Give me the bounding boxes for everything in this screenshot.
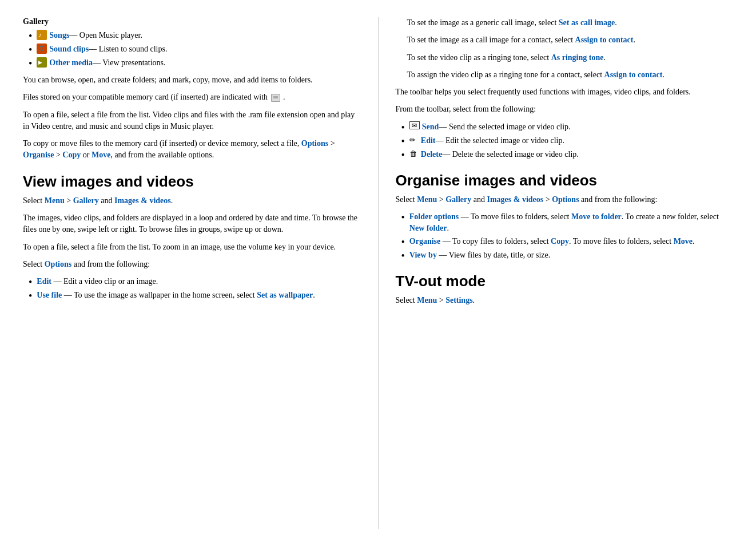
new-folder-link[interactable]: New folder bbox=[409, 224, 447, 232]
view-images-para2: To open a file, select a file from the l… bbox=[23, 242, 361, 253]
sound-clips-text: — Listen to sound clips. bbox=[89, 43, 167, 55]
list-item: • Sound clips — Listen to sound clips. bbox=[29, 43, 361, 55]
right-para6: From the toolbar, select from the follow… bbox=[396, 104, 734, 115]
para1: You can browse, open, and create folders… bbox=[23, 74, 361, 86]
organise-bullets: • Folder options — To move files to fold… bbox=[396, 211, 734, 261]
edit-link-1[interactable]: Edit bbox=[37, 277, 51, 286]
right-para1: To set the image as a generic call image… bbox=[407, 17, 734, 29]
para4: To copy or move files to the memory card… bbox=[23, 138, 361, 161]
bullet-dot: • bbox=[29, 31, 32, 41]
send-icon: ✉ bbox=[409, 121, 420, 129]
assign-contact-link-1[interactable]: Assign to contact bbox=[575, 35, 634, 44]
edit-item-2: ✏ Edit — Edit the selected image or vide… bbox=[409, 135, 564, 147]
view-images-heading: View images and videos bbox=[23, 173, 361, 191]
bullet-dot: • bbox=[29, 58, 32, 69]
list-item: • Folder options — To move files to fold… bbox=[401, 211, 734, 234]
menu-link-2[interactable]: Menu bbox=[417, 195, 437, 204]
list-item: • Use file — To use the image as wallpap… bbox=[29, 290, 361, 301]
view-by-item: View by — View files by date, title, or … bbox=[409, 250, 550, 261]
right-para3: To set the video clip as a ringing tone,… bbox=[407, 52, 734, 64]
use-file-item: Use file — To use the image as wallpaper… bbox=[37, 290, 315, 301]
edit-icon: ✏ bbox=[409, 135, 419, 143]
other-media-icon bbox=[37, 57, 47, 68]
list-item: • ✉ Send — Send the selected image or vi… bbox=[401, 121, 734, 133]
move-link-1[interactable]: Move bbox=[91, 151, 110, 159]
view-images-select: Select Menu > Gallery and Images & video… bbox=[23, 195, 361, 207]
menu-link-1[interactable]: Menu bbox=[45, 196, 65, 205]
copy-link-2[interactable]: Copy bbox=[551, 237, 569, 246]
right-para2: To set the image as a call image for a c… bbox=[407, 34, 734, 46]
gallery-link-2[interactable]: Gallery bbox=[445, 195, 471, 204]
assign-contact-link-2[interactable]: Assign to contact bbox=[604, 70, 663, 79]
delete-icon: 🗑 bbox=[409, 149, 419, 157]
bullet-dot: • bbox=[29, 45, 32, 55]
memory-card-icon bbox=[271, 94, 280, 102]
set-call-image-link[interactable]: Set as call image bbox=[559, 18, 615, 27]
para3: To open a file, select a file from the l… bbox=[23, 109, 361, 133]
list-item: • Songs — Open Music player. bbox=[29, 30, 361, 41]
view-images-bullets: • Edit — Edit a video clip or an image. … bbox=[23, 276, 361, 301]
edit-item: Edit — Edit a video clip or an image. bbox=[37, 276, 158, 287]
left-column: Gallery • Songs — Open Music player. • S… bbox=[23, 17, 379, 529]
sound-clips-link[interactable]: Sound clips bbox=[49, 43, 89, 55]
sound-clips-item: Sound clips — Listen to sound clips. bbox=[37, 43, 167, 55]
copy-link-1[interactable]: Copy bbox=[62, 151, 81, 159]
gallery-link-1[interactable]: Gallery bbox=[73, 196, 99, 205]
options-link-2[interactable]: Options bbox=[45, 260, 71, 268]
other-media-text: — View presentations. bbox=[93, 57, 166, 69]
organise-select: Select Menu > Gallery and Images & video… bbox=[396, 194, 734, 205]
folder-options-link[interactable]: Folder options bbox=[409, 212, 459, 221]
gallery-items-list: • Songs — Open Music player. • Sound cli… bbox=[23, 30, 361, 69]
list-item: • ✏ Edit — Edit the selected image or vi… bbox=[401, 135, 734, 147]
bullet-dot: • bbox=[401, 122, 405, 133]
use-file-link[interactable]: Use file bbox=[37, 291, 62, 299]
bullet-dot: • bbox=[401, 150, 405, 160]
organise-link-1[interactable]: Organise bbox=[23, 151, 54, 159]
menu-link-3[interactable]: Menu bbox=[417, 296, 437, 304]
settings-link[interactable]: Settings bbox=[445, 296, 472, 304]
bullet-dot: • bbox=[401, 237, 405, 247]
images-videos-link-2[interactable]: Images & videos bbox=[487, 195, 543, 204]
list-item: • Edit — Edit a video clip or an image. bbox=[29, 276, 361, 287]
songs-icon bbox=[37, 30, 47, 40]
other-media-item: Other media — View presentations. bbox=[37, 57, 165, 69]
list-item: • Organise — To copy files to folders, s… bbox=[401, 236, 734, 247]
tv-out-heading: TV-out mode bbox=[396, 272, 734, 290]
view-images-para3: Select Options and from the following: bbox=[23, 259, 361, 270]
bullet-dot: • bbox=[401, 251, 405, 261]
toolbar-bullets: • ✉ Send — Send the selected image or vi… bbox=[396, 121, 734, 160]
set-wallpaper-link[interactable]: Set as wallpaper bbox=[257, 291, 313, 299]
organise-link-2[interactable]: Organise bbox=[409, 237, 440, 246]
right-column: To set the image as a generic call image… bbox=[379, 17, 734, 529]
page-content: Gallery • Songs — Open Music player. • S… bbox=[0, 0, 756, 546]
view-images-para1: The images, video clips, and folders are… bbox=[23, 212, 361, 236]
section-label-gallery: Gallery bbox=[23, 17, 361, 26]
songs-item: Songs — Open Music player. bbox=[37, 30, 142, 41]
options-link-1[interactable]: Options bbox=[301, 139, 328, 148]
options-link-3[interactable]: Options bbox=[552, 195, 579, 204]
bullet-dot: • bbox=[29, 291, 32, 301]
view-by-link[interactable]: View by bbox=[409, 251, 437, 259]
para2-end: . bbox=[283, 93, 285, 101]
delete-link[interactable]: Delete bbox=[421, 149, 442, 160]
right-para4: To assign the video clip as a ringing to… bbox=[407, 69, 734, 81]
organise-item: Organise — To copy files to folders, sel… bbox=[409, 236, 695, 247]
right-para5: The toolbar helps you select frequently … bbox=[396, 86, 734, 98]
send-link[interactable]: Send bbox=[422, 121, 439, 133]
send-item: ✉ Send — Send the selected image or vide… bbox=[409, 121, 571, 133]
edit-link-2[interactable]: Edit bbox=[421, 135, 436, 147]
folder-options-item: Folder options — To move files to folder… bbox=[409, 211, 733, 234]
organise-heading: Organise images and videos bbox=[396, 172, 734, 189]
ringing-tone-link[interactable]: As ringing tone bbox=[551, 53, 604, 62]
list-item: • Other media — View presentations. bbox=[29, 57, 361, 69]
other-media-link[interactable]: Other media bbox=[49, 57, 93, 69]
images-videos-link-1[interactable]: Images & videos bbox=[114, 196, 171, 205]
bullet-dot: • bbox=[401, 136, 405, 147]
delete-item: 🗑 Delete — Delete the selected image or … bbox=[409, 149, 579, 160]
songs-link[interactable]: Songs bbox=[49, 30, 69, 41]
para2: Files stored on your compatible memory c… bbox=[23, 92, 361, 103]
move-link-2[interactable]: Move bbox=[674, 237, 693, 246]
songs-text: — Open Music player. bbox=[69, 30, 142, 41]
move-to-folder-link[interactable]: Move to folder bbox=[571, 212, 622, 221]
list-item: • View by — View files by date, title, o… bbox=[401, 250, 734, 261]
